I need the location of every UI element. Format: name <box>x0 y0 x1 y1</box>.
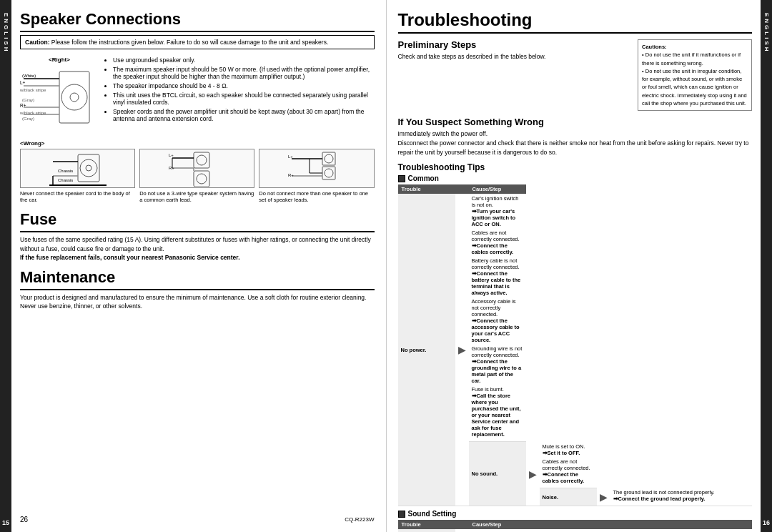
left-tab-page: 15 <box>2 519 9 526</box>
right-tab-page: 16 <box>763 519 770 526</box>
prelim-left: Preliminary Steps Check and take steps a… <box>398 39 631 111</box>
common-checkbox-icon <box>398 175 405 182</box>
suspect-title: If You Suspect Something Wrong <box>398 117 753 127</box>
cause-cell: The ground lead is not connected properl… <box>610 488 753 506</box>
cause-cell: Left and right balance, or front and rea… <box>469 529 753 532</box>
wrong-svg-2: L+ R+ <box>169 151 226 187</box>
cause-cell: Mute is set to ON.➡Set it to OFF.Cables … <box>540 442 597 488</box>
suspect-text-1: Immediately switch the power off. <box>398 129 753 139</box>
maintenance-text: Your product is designed and manufacture… <box>20 293 375 312</box>
svg-text:(White): (White) <box>22 74 36 78</box>
svg-rect-25 <box>194 171 209 187</box>
common-header: Common <box>398 174 753 182</box>
maintenance-section: Maintenance Your product is designed and… <box>20 268 375 312</box>
common-col-trouble: Trouble <box>398 184 455 194</box>
svg-text:Chassis: Chassis <box>58 169 73 173</box>
svg-text:(Gray): (Gray) <box>22 117 34 121</box>
left-page: Speaker Connections Caution: Please foll… <box>11 0 387 532</box>
caution-2: • Do not use the unit in irregular condi… <box>642 68 747 107</box>
fuse-bold: If the fuse replacement fails, consult y… <box>20 254 375 261</box>
common-col-cause: Cause/Step <box>469 184 526 194</box>
bullet-2: The maximum speaker input should be 50 W… <box>113 66 375 80</box>
speaker-wiring-section: <Right> (White) L+ w/black stripe R+ (Gr… <box>20 56 375 130</box>
table-row: No sound from left, right, front, or rea… <box>398 529 753 532</box>
fuse-section: Fuse Use fuses of the same specified rat… <box>20 210 375 261</box>
wrong-item-2: L+ R+ Do not use a 3-wire type speaker s… <box>139 149 254 203</box>
caution-prefix: Caution: <box>25 39 49 46</box>
wrong-label: <Wrong> <box>20 140 375 147</box>
svg-point-2 <box>70 93 79 102</box>
suspect-section: If You Suspect Something Wrong Immediate… <box>398 117 753 157</box>
wrong-diagram-2: L+ R+ <box>139 149 254 188</box>
trouble-cell: Noise. <box>540 488 597 506</box>
fuse-text: Use fuses of the same specified rating (… <box>20 235 375 254</box>
wrong-diagram-1: Chassis Chassis <box>20 149 135 188</box>
speaker-wire-svg: (White) L+ w/black stripe R+ (Gray) w/bl… <box>20 64 95 129</box>
cautions-box: Cautions: • Do not use the unit if it ma… <box>638 39 752 111</box>
svg-point-36 <box>325 169 333 177</box>
bullet-1: Use ungrounded speaker only. <box>113 56 375 64</box>
caution-1: • Do not use the unit if it malfunctions… <box>642 51 741 66</box>
speaker-connections-title: Speaker Connections <box>20 10 375 32</box>
svg-text:R+: R+ <box>20 103 26 108</box>
svg-point-34 <box>325 154 333 163</box>
arrow-cell: ▶ <box>597 488 610 506</box>
table-row: No power.▶Car's ignition switch is not o… <box>398 194 753 442</box>
svg-point-15 <box>80 159 97 177</box>
svg-rect-23 <box>194 152 209 168</box>
left-footer: 26 CQ-R223W <box>20 513 375 523</box>
left-side-tab: ENGLISH 15 <box>0 0 11 532</box>
sound-col-trouble: Trouble <box>398 520 455 529</box>
svg-text:R+: R+ <box>288 173 294 177</box>
cautions-content: Cautions: • Do not use the unit if it ma… <box>638 39 752 111</box>
wrong-section: <Wrong> Chassis Chassis <box>20 140 375 203</box>
common-col-arrow <box>455 184 469 194</box>
svg-point-1 <box>61 84 87 110</box>
svg-text:L+: L+ <box>169 153 174 157</box>
left-page-num: 26 <box>20 516 28 523</box>
cause-cell: Car's ignition switch is not on.➡Turn yo… <box>469 194 526 442</box>
tips-title: Troubleshooting Tips <box>398 162 753 172</box>
common-label: Common <box>408 174 439 182</box>
arrow-cell: ▶ <box>455 194 469 506</box>
trouble-cell: No sound from left, right, front, or rea… <box>398 529 455 532</box>
speaker-bullets: Use ungrounded speaker only. The maximum… <box>106 56 375 130</box>
sound-setting-label: Sound Setting <box>408 510 457 518</box>
svg-text:Chassis: Chassis <box>58 178 73 182</box>
right-tab-letters: ENGLISH <box>763 13 770 54</box>
bullet-5: Speaker cords and the power amplifier un… <box>113 108 375 122</box>
bullet-3: The speaker impedance should be 4 - 8 Ω. <box>113 82 375 89</box>
bullet-4: This unit uses the BTCL circuit, so each… <box>113 92 375 106</box>
wrong-diagram-3: L+ R+ <box>259 149 374 188</box>
trouble-cell: No power. <box>398 194 455 506</box>
svg-text:R+: R+ <box>169 166 174 170</box>
sound-setting-checkbox-icon <box>398 511 405 518</box>
svg-text:L+: L+ <box>288 154 293 159</box>
wrong-caption-1: Never connect the speaker cord to the bo… <box>20 190 135 203</box>
sound-table: Trouble Cause/Step No sound from left, r… <box>398 520 753 532</box>
caution-text: Please follow the instructions given bel… <box>49 39 328 46</box>
wrong-diagrams: Chassis Chassis Never connect the speake… <box>20 149 375 203</box>
wrong-item-1: Chassis Chassis Never connect the speake… <box>20 149 135 203</box>
speaker-diagram-left: <Right> (White) L+ w/black stripe R+ (Gr… <box>20 56 99 130</box>
wrong-svg-3: L+ R+ <box>288 151 345 187</box>
arrow-cell: ▶ <box>526 442 540 506</box>
svg-text:(Gray): (Gray) <box>22 98 34 102</box>
wrong-caption-3: Do not connect more than one speaker to … <box>259 190 374 203</box>
sound-col-arrow <box>455 520 469 529</box>
svg-text:L+: L+ <box>20 80 26 85</box>
caution-box: Caution: Please follow the instructions … <box>20 35 375 49</box>
fuse-title: Fuse <box>20 210 375 232</box>
cautions-title: Cautions: <box>642 44 667 50</box>
prelim-title: Preliminary Steps <box>398 39 631 50</box>
arrow-cell: ▶ <box>455 529 469 532</box>
left-tab-letters: ENGLISH <box>3 13 9 54</box>
svg-point-24 <box>197 155 207 165</box>
trouble-cell: No sound. <box>469 442 526 506</box>
sound-setting-header: Sound Setting <box>398 510 753 518</box>
tips-section: Troubleshooting Tips Common Trouble Caus… <box>398 162 753 532</box>
prelim-text: Check and take steps as described in the… <box>398 52 631 61</box>
left-model: CQ-R223W <box>345 516 374 523</box>
right-side-tab: ENGLISH 16 <box>761 0 772 532</box>
maintenance-title: Maintenance <box>20 268 375 290</box>
